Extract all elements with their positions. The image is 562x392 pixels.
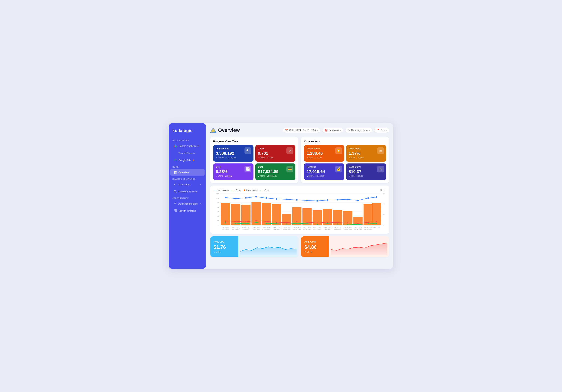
chart-section: Impressions Clicks Conversions Cost: [210, 186, 389, 234]
date-icon: 📅: [285, 129, 288, 132]
chart-expand-icon[interactable]: ⊞: [379, 189, 382, 192]
svg-text:Oct 2, 2024: Oct 2, 2024: [222, 229, 229, 230]
svg-text:20: 20: [383, 214, 385, 215]
sidebar-item-google-ads[interactable]: Google Ads: [170, 157, 205, 163]
svg-text:Oct 4, 2024: Oct 4, 2024: [232, 229, 239, 230]
svg-text:Oct 22, 2024: Oct 22, 2024: [324, 229, 331, 230]
svg-point-77: [276, 222, 277, 223]
svg-point-93: [276, 223, 277, 224]
svg-point-79: [296, 221, 297, 222]
svg-point-76: [266, 221, 267, 222]
svg-point-83: [337, 222, 338, 223]
svg-point-89: [235, 223, 236, 224]
svg-rect-15: [174, 211, 175, 212]
svg-point-103: [376, 223, 377, 224]
sidebar-item-audience-insights[interactable]: Audience Insights ▾: [170, 200, 205, 207]
revenue-card: 💰 Revenue 17,015.64 39.5% 6,116.88: [304, 163, 344, 180]
avg-cpm-value: $4.86: [304, 244, 326, 250]
chart-tools: ⊞ ⋮: [379, 189, 386, 192]
sidebar-item-ga4[interactable]: Google Analytics 4: [170, 143, 205, 149]
cost-conv-secondary: $0.06: [356, 175, 363, 177]
legend-conversions: Conversions: [244, 189, 258, 191]
google-ads-logo-icon: [210, 127, 216, 133]
svg-text:Oct 28, 2024: Oct 28, 2024: [354, 229, 362, 230]
svg-text:Oct 13, 2024: Oct 13, 2024: [283, 227, 291, 229]
cost-label: Cost: [258, 166, 293, 168]
revenue-sub: 39.5% 6,116.88: [307, 175, 342, 177]
svg-point-56: [225, 197, 226, 198]
header-filters: 📅 Oct 1, 2024 - Oct 31, 2024 ▾ 🎯 Campaig…: [283, 128, 389, 133]
avg-cpc-left: Avg. CPC $1.76 8.4%: [210, 236, 238, 257]
svg-point-60: [266, 197, 267, 199]
conv-rate-change: 2.2%: [349, 157, 355, 159]
page-title: Overview: [218, 127, 240, 133]
svg-text:100K: 100K: [216, 197, 220, 199]
svg-point-10: [174, 185, 175, 186]
campaign-filter[interactable]: 🎯 Campaign ▾: [322, 128, 343, 133]
city-filter[interactable]: 📍 City ▾: [374, 128, 389, 133]
sidebar-section-home: Home: [169, 164, 206, 169]
svg-marker-18: [211, 128, 216, 133]
sidebar-item-label-campaigns: Campaigns: [178, 183, 191, 186]
svg-text:Oct 21, 2024: Oct 21, 2024: [324, 227, 331, 229]
avg-cpc-change: 8.4%: [214, 251, 235, 253]
svg-text:Oct 10, 2024: Oct 10, 2024: [262, 229, 270, 230]
campaign-status-label: Campaign status: [351, 129, 368, 132]
sidebar-item-overview[interactable]: Overview: [170, 169, 205, 176]
campaign-filter-label: Campaign: [329, 129, 339, 132]
svg-text:10K: 10K: [217, 206, 219, 208]
svg-text:1K: 1K: [218, 215, 220, 217]
svg-point-91: [256, 222, 257, 223]
avg-cpc-label: Avg. CPC: [214, 240, 235, 243]
svg-point-80: [306, 222, 308, 223]
campaign-status-icon: ⚙: [348, 129, 350, 132]
svg-point-92: [266, 223, 267, 224]
svg-point-62: [286, 199, 287, 200]
svg-point-101: [357, 224, 359, 225]
sidebar-item-campaigns[interactable]: Campaigns ▾: [170, 181, 205, 188]
svg-text:Oct 7, 2024: Oct 7, 2024: [253, 227, 259, 229]
svg-text:Oct 27, 2024: Oct 27, 2024: [354, 227, 362, 229]
svg-text:Oct 29, 2024: Oct 29, 2024: [364, 227, 372, 229]
chart-more-icon[interactable]: ⋮: [383, 189, 386, 192]
legend-clicks-line: [231, 190, 234, 190]
svg-point-61: [276, 198, 277, 200]
sidebar-item-search-console[interactable]: Search Console: [170, 150, 205, 156]
conversions-change: 2.1%: [307, 157, 313, 159]
svg-text:Oct 11, 2024: Oct 11, 2024: [273, 227, 280, 229]
sidebar-item-label-keyword: Keyword Analysis: [178, 190, 198, 193]
app-logo: kodalogic: [169, 128, 206, 137]
ga4-icon: [174, 144, 177, 147]
svg-point-69: [357, 200, 359, 201]
impressions-sub: 173.4% 2,225,132: [216, 157, 251, 159]
legend-clicks-label: Clicks: [235, 189, 241, 191]
sidebar-item-growth-timeline[interactable]: Growth Timeline: [170, 207, 205, 214]
svg-point-95: [296, 223, 297, 224]
date-filter[interactable]: 📅 Oct 1, 2024 - Oct 31, 2024 ▾: [283, 128, 320, 133]
audience-chevron-icon: ▾: [200, 203, 201, 205]
sidebar-item-label-overview: Overview: [178, 171, 189, 174]
revenue-change: 39.5%: [307, 175, 314, 177]
avg-cpm-label: Avg. CPM: [304, 240, 326, 243]
sidebar-item-keyword-analysis[interactable]: Keyword Analysis: [170, 188, 205, 195]
metrics-section: Progress Over Time 👁 Impressions 3,508,1…: [210, 137, 389, 183]
ctr-sub: 57.9% 233.37: [216, 175, 251, 177]
svg-text:Oct 17, 2024: Oct 17, 2024: [303, 227, 311, 229]
sidebar-item-label-gads: Google Ads: [178, 159, 191, 162]
sidebar-section-reach: Reach & Relevance: [169, 176, 206, 181]
avg-cpm-change: 54.4%: [304, 251, 326, 253]
avg-cpm-left: Avg. CPM $4.86 54.4%: [301, 236, 329, 257]
svg-text:40: 40: [383, 203, 385, 205]
svg-rect-7: [176, 171, 176, 172]
svg-marker-5: [174, 159, 176, 161]
svg-rect-8: [174, 172, 175, 174]
legend-clicks: Clicks: [231, 189, 241, 191]
svg-point-99: [337, 224, 338, 225]
growth-icon: [174, 209, 177, 213]
svg-rect-2: [176, 146, 177, 147]
campaign-status-filter[interactable]: ⚙ Campaign status ▾: [345, 128, 372, 133]
svg-point-86: [367, 222, 369, 223]
svg-text:500: 500: [217, 220, 219, 222]
cost-conv-sub: 0.6% $0.06: [349, 175, 384, 177]
svg-rect-14: [176, 210, 176, 211]
